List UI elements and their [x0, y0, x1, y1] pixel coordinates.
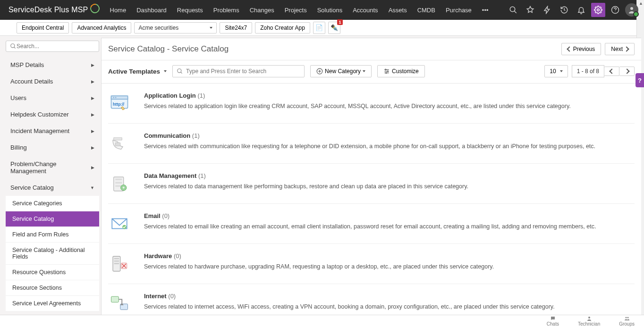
page-prev-button[interactable]	[604, 67, 619, 76]
sidebar-sub-service-catalog[interactable]: Service Catalog	[6, 211, 99, 227]
sidebar-item-service-catalog[interactable]: Service Catalog▼	[6, 179, 99, 196]
nav-changes[interactable]: Changes	[250, 7, 274, 14]
nav-solutions[interactable]: Solutions	[317, 7, 342, 14]
svg-point-42	[627, 317, 628, 319]
svg-line-9	[181, 72, 182, 74]
sidebar-sub-sla[interactable]: Service Level Agreements	[6, 296, 99, 311]
bell-icon[interactable]	[574, 3, 588, 17]
category-desc: Services related to hardware purchase, u…	[144, 263, 635, 270]
site24x7-button[interactable]: Site24x7	[220, 22, 252, 34]
data-icon: +	[108, 172, 131, 195]
sidebar-sub-resource-sections[interactable]: Resource Sections	[6, 280, 99, 296]
chevron-right-icon	[624, 68, 629, 74]
sidebar-item-helpdesk-customizer[interactable]: Helpdesk Customizer▶	[6, 106, 99, 123]
account-select[interactable]: Acme securities	[134, 22, 217, 34]
svg-point-21	[113, 97, 114, 98]
sidebar-sub-additional-fields[interactable]: Service Catalog - Additional Fields	[6, 243, 99, 265]
nav-home[interactable]: Home	[110, 7, 127, 14]
nav-requests[interactable]: Requests	[177, 7, 203, 14]
settings-gear-icon[interactable]	[591, 3, 605, 17]
nav-assets[interactable]: Assets	[389, 7, 407, 14]
pager: 10 1 - 8 of 8	[544, 65, 635, 77]
svg-point-2	[597, 9, 600, 11]
category-title: Communication (1)	[144, 132, 635, 139]
svg-point-5	[630, 7, 633, 10]
search-icon	[177, 68, 183, 75]
sidebar-sub-field-form-rules[interactable]: Field and Form Rules	[6, 227, 99, 243]
category-item[interactable]: +Data Management (1)Services related to …	[108, 164, 635, 204]
svg-rect-24	[115, 143, 120, 146]
category-item[interactable]: Communication (1)Services related with c…	[108, 124, 635, 164]
svg-point-6	[11, 44, 15, 48]
user-avatar[interactable]	[625, 3, 638, 17]
main-content: Service Catalog - Service Catalog Previo…	[101, 38, 641, 315]
footer-technician[interactable]: Technician	[578, 316, 600, 327]
category-list[interactable]: http://Application Login (1)Services rel…	[102, 84, 641, 315]
topbar-actions	[506, 3, 638, 17]
category-item[interactable]: Internet (0)Services related to internet…	[108, 284, 635, 315]
svg-rect-36	[114, 263, 119, 264]
new-category-button[interactable]: New Category	[310, 65, 372, 77]
nav-problems[interactable]: Problems	[213, 7, 239, 14]
template-search-input[interactable]	[186, 68, 300, 75]
category-item[interactable]: Email (0)Services related to email like …	[108, 204, 635, 244]
chevron-down-icon	[210, 27, 212, 29]
customize-button[interactable]: Customize	[377, 65, 425, 77]
next-button[interactable]: Next	[605, 43, 635, 55]
settings-sidebar: MSP Details▶ Account Details▶ Users▶ Hel…	[0, 36, 101, 315]
svg-point-0	[510, 7, 515, 12]
help-tab[interactable]: ?	[636, 73, 644, 87]
footer-groups[interactable]: Groups	[619, 316, 635, 327]
notes-icon-button[interactable]: 📄	[313, 22, 325, 34]
page-range: 1 - 8 of 8	[572, 65, 604, 77]
sidebar-item-incident-management[interactable]: Incident Management▶	[6, 123, 99, 139]
nav-more[interactable]: •••	[482, 7, 489, 14]
svg-point-18	[386, 72, 387, 73]
sidebar-item-account-details[interactable]: Account Details▶	[6, 73, 99, 90]
sidebar-search[interactable]	[6, 41, 99, 52]
previous-button[interactable]: Previous	[561, 43, 602, 55]
endpoint-central-button[interactable]: Endpoint Central	[17, 22, 69, 34]
top-navbar: ServiceDesk Plus MSP Home Dashboard Requ…	[0, 0, 644, 20]
svg-rect-35	[114, 260, 119, 262]
page-size-select[interactable]: 10	[544, 65, 568, 77]
sidebar-item-msp-details[interactable]: MSP Details▶	[6, 57, 99, 73]
pin-icon[interactable]	[523, 3, 537, 17]
svg-text:http://: http://	[113, 102, 125, 107]
svg-rect-38	[111, 296, 119, 302]
sidebar-item-users[interactable]: Users▶	[6, 90, 99, 106]
nav-dashboard[interactable]: Dashboard	[136, 7, 167, 14]
nav-cmdb[interactable]: CMDB	[417, 7, 435, 14]
category-title: Email (0)	[144, 212, 635, 219]
svg-rect-27	[115, 182, 122, 184]
advanced-analytics-button[interactable]: Advanced Analytics	[72, 22, 131, 34]
nav-accounts[interactable]: Accounts	[353, 7, 378, 14]
footer-bar: Chats Technician Groups	[0, 315, 644, 327]
sidebar-sub-resource-questions[interactable]: Resource Questions	[6, 265, 99, 280]
svg-point-17	[387, 71, 388, 72]
zoho-creator-button[interactable]: Zoho Creator App	[255, 22, 310, 34]
help-icon[interactable]	[608, 3, 622, 17]
nav-purchase[interactable]: Purchase	[446, 7, 472, 14]
history-icon[interactable]	[557, 3, 571, 17]
chevron-right-icon	[624, 46, 629, 51]
sidebar-search-input[interactable]	[17, 43, 95, 50]
chevron-right-icon: ▶	[91, 145, 94, 150]
category-item[interactable]: Hardware (0)Services related to hardware…	[108, 244, 635, 284]
template-search[interactable]	[172, 65, 305, 77]
top-nav-links: Home Dashboard Requests Problems Changes…	[110, 7, 507, 14]
category-title: Internet (0)	[144, 293, 635, 300]
sidebar-item-problem-change[interactable]: Problem/Change Management▶	[6, 156, 99, 179]
sidebar-item-billing[interactable]: Billing▶	[6, 139, 99, 156]
bolt-icon[interactable]	[540, 3, 554, 17]
email-icon	[108, 212, 131, 235]
chevron-down-icon: ▼	[90, 185, 94, 190]
sidebar-sub-service-categories[interactable]: Service Categories	[6, 196, 99, 211]
search-icon[interactable]	[506, 3, 520, 17]
active-templates-dropdown[interactable]: Active Templates	[108, 68, 167, 75]
footer-chats[interactable]: Chats	[547, 316, 559, 327]
page-next-button[interactable]	[619, 67, 635, 76]
nav-projects[interactable]: Projects	[285, 7, 307, 14]
category-item[interactable]: http://Application Login (1)Services rel…	[108, 84, 635, 124]
announce-icon-button[interactable]: ✒️1	[328, 22, 340, 34]
